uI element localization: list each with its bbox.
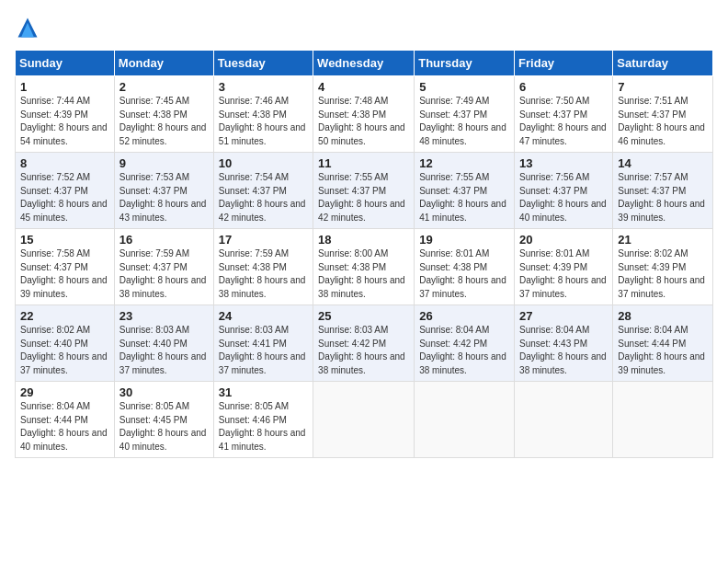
calendar-cell: 30Sunrise: 8:05 AMSunset: 4:45 PMDayligh… (114, 382, 213, 458)
day-info: Sunrise: 7:55 AMSunset: 4:37 PMDaylight:… (318, 171, 409, 224)
day-info: Sunrise: 7:58 AMSunset: 4:37 PMDaylight:… (20, 247, 109, 301)
day-info: Sunrise: 7:55 AMSunset: 4:37 PMDaylight:… (419, 171, 509, 224)
calendar-cell: 23Sunrise: 8:03 AMSunset: 4:40 PMDayligh… (114, 305, 213, 382)
day-info: Sunrise: 8:05 AMSunset: 4:45 PMDaylight:… (119, 400, 209, 454)
header (15, 15, 713, 40)
day-number: 24 (219, 309, 308, 323)
calendar-cell: 19Sunrise: 8:01 AMSunset: 4:38 PMDayligh… (415, 229, 515, 305)
day-number: 9 (119, 156, 209, 170)
day-number: 12 (419, 156, 509, 170)
calendar-cell: 25Sunrise: 8:03 AMSunset: 4:42 PMDayligh… (313, 305, 415, 382)
day-info: Sunrise: 7:48 AMSunset: 4:38 PMDaylight:… (318, 95, 409, 148)
calendar-cell: 7Sunrise: 7:51 AMSunset: 4:37 PMDaylight… (613, 76, 713, 153)
day-info: Sunrise: 7:56 AMSunset: 4:37 PMDaylight:… (519, 171, 608, 224)
day-info: Sunrise: 8:03 AMSunset: 4:42 PMDaylight:… (318, 324, 409, 377)
calendar-week-row: 15Sunrise: 7:58 AMSunset: 4:37 PMDayligh… (16, 229, 713, 305)
day-number: 1 (20, 80, 109, 94)
day-number: 4 (318, 80, 409, 94)
day-number: 22 (20, 309, 109, 323)
day-info: Sunrise: 8:04 AMSunset: 4:43 PMDaylight:… (519, 324, 608, 377)
weekday-header-wednesday: Wednesday (313, 51, 415, 76)
calendar-cell: 18Sunrise: 8:00 AMSunset: 4:38 PMDayligh… (313, 229, 415, 305)
day-info: Sunrise: 7:45 AMSunset: 4:38 PMDaylight:… (119, 95, 209, 148)
day-info: Sunrise: 7:50 AMSunset: 4:37 PMDaylight:… (519, 95, 608, 148)
calendar-week-row: 22Sunrise: 8:02 AMSunset: 4:40 PMDayligh… (16, 305, 713, 382)
day-number: 2 (119, 80, 209, 94)
calendar-cell: 5Sunrise: 7:49 AMSunset: 4:37 PMDaylight… (415, 76, 515, 153)
calendar-cell: 16Sunrise: 7:59 AMSunset: 4:37 PMDayligh… (114, 229, 213, 305)
day-number: 19 (419, 233, 509, 247)
day-number: 16 (119, 233, 209, 247)
calendar-cell (415, 382, 515, 458)
calendar-cell (313, 382, 415, 458)
calendar-cell: 6Sunrise: 7:50 AMSunset: 4:37 PMDaylight… (515, 76, 613, 153)
logo-icon (15, 15, 40, 40)
day-number: 29 (20, 385, 109, 399)
day-number: 7 (618, 80, 708, 94)
day-info: Sunrise: 8:01 AMSunset: 4:38 PMDaylight:… (419, 247, 509, 301)
weekday-header-thursday: Thursday (415, 51, 515, 76)
day-info: Sunrise: 7:44 AMSunset: 4:39 PMDaylight:… (20, 95, 109, 148)
calendar-week-row: 8Sunrise: 7:52 AMSunset: 4:37 PMDaylight… (16, 153, 713, 229)
calendar-cell: 21Sunrise: 8:02 AMSunset: 4:39 PMDayligh… (613, 229, 713, 305)
day-info: Sunrise: 8:02 AMSunset: 4:39 PMDaylight:… (618, 247, 708, 301)
day-info: Sunrise: 8:04 AMSunset: 4:42 PMDaylight:… (419, 324, 509, 377)
calendar-cell: 24Sunrise: 8:03 AMSunset: 4:41 PMDayligh… (213, 305, 313, 382)
calendar-cell: 13Sunrise: 7:56 AMSunset: 4:37 PMDayligh… (515, 153, 613, 229)
day-info: Sunrise: 7:46 AMSunset: 4:38 PMDaylight:… (219, 95, 308, 148)
calendar-cell: 8Sunrise: 7:52 AMSunset: 4:37 PMDaylight… (16, 153, 115, 229)
logo (15, 15, 44, 40)
calendar-cell: 9Sunrise: 7:53 AMSunset: 4:37 PMDaylight… (114, 153, 213, 229)
day-number: 17 (219, 233, 308, 247)
day-info: Sunrise: 7:53 AMSunset: 4:37 PMDaylight:… (119, 171, 209, 224)
day-info: Sunrise: 8:05 AMSunset: 4:46 PMDaylight:… (219, 400, 308, 454)
calendar-cell: 26Sunrise: 8:04 AMSunset: 4:42 PMDayligh… (415, 305, 515, 382)
weekday-header-sunday: Sunday (16, 51, 115, 76)
day-info: Sunrise: 8:00 AMSunset: 4:38 PMDaylight:… (318, 247, 409, 301)
calendar-cell: 31Sunrise: 8:05 AMSunset: 4:46 PMDayligh… (213, 382, 313, 458)
day-number: 27 (519, 309, 608, 323)
calendar-cell: 28Sunrise: 8:04 AMSunset: 4:44 PMDayligh… (613, 305, 713, 382)
day-info: Sunrise: 8:02 AMSunset: 4:40 PMDaylight:… (20, 324, 109, 377)
day-number: 28 (618, 309, 708, 323)
calendar-cell: 1Sunrise: 7:44 AMSunset: 4:39 PMDaylight… (16, 76, 115, 153)
day-info: Sunrise: 7:54 AMSunset: 4:37 PMDaylight:… (219, 171, 308, 224)
day-number: 6 (519, 80, 608, 94)
weekday-header-monday: Monday (114, 51, 213, 76)
weekday-header-tuesday: Tuesday (213, 51, 313, 76)
day-info: Sunrise: 7:52 AMSunset: 4:37 PMDaylight:… (20, 171, 109, 224)
day-info: Sunrise: 8:03 AMSunset: 4:40 PMDaylight:… (119, 324, 209, 377)
calendar-cell: 29Sunrise: 8:04 AMSunset: 4:44 PMDayligh… (16, 382, 115, 458)
calendar-cell: 20Sunrise: 8:01 AMSunset: 4:39 PMDayligh… (515, 229, 613, 305)
day-info: Sunrise: 7:57 AMSunset: 4:37 PMDaylight:… (618, 171, 708, 224)
day-number: 23 (119, 309, 209, 323)
calendar-cell (515, 382, 613, 458)
day-number: 21 (618, 233, 708, 247)
calendar-cell: 22Sunrise: 8:02 AMSunset: 4:40 PMDayligh… (16, 305, 115, 382)
calendar-cell: 4Sunrise: 7:48 AMSunset: 4:38 PMDaylight… (313, 76, 415, 153)
day-number: 15 (20, 233, 109, 247)
day-number: 25 (318, 309, 409, 323)
calendar-cell: 10Sunrise: 7:54 AMSunset: 4:37 PMDayligh… (213, 153, 313, 229)
weekday-header-row: SundayMondayTuesdayWednesdayThursdayFrid… (16, 51, 713, 76)
day-number: 8 (20, 156, 109, 170)
calendar-week-row: 1Sunrise: 7:44 AMSunset: 4:39 PMDaylight… (16, 76, 713, 153)
calendar-cell (613, 382, 713, 458)
day-info: Sunrise: 7:59 AMSunset: 4:38 PMDaylight:… (219, 247, 308, 301)
day-number: 5 (419, 80, 509, 94)
day-number: 14 (618, 156, 708, 170)
day-number: 20 (519, 233, 608, 247)
page-container: SundayMondayTuesdayWednesdayThursdayFrid… (0, 0, 728, 465)
day-number: 13 (519, 156, 608, 170)
weekday-header-saturday: Saturday (613, 51, 713, 76)
calendar-cell: 12Sunrise: 7:55 AMSunset: 4:37 PMDayligh… (415, 153, 515, 229)
day-number: 26 (419, 309, 509, 323)
day-number: 30 (119, 385, 209, 399)
day-info: Sunrise: 8:04 AMSunset: 4:44 PMDaylight:… (618, 324, 708, 377)
calendar-cell: 2Sunrise: 7:45 AMSunset: 4:38 PMDaylight… (114, 76, 213, 153)
calendar-table: SundayMondayTuesdayWednesdayThursdayFrid… (15, 50, 713, 458)
day-number: 11 (318, 156, 409, 170)
day-info: Sunrise: 8:01 AMSunset: 4:39 PMDaylight:… (519, 247, 608, 301)
day-number: 18 (318, 233, 409, 247)
weekday-header-friday: Friday (515, 51, 613, 76)
